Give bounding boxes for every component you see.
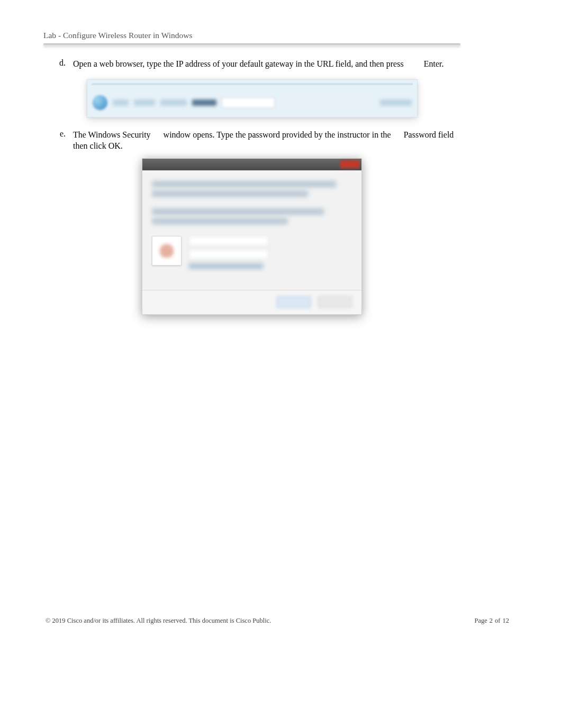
dialog-titlebar — [142, 159, 361, 170]
windows-security-dialog-screenshot — [142, 158, 362, 315]
step-e-b3: OK — [108, 141, 121, 150]
page-number: Page 2 of 12 — [475, 617, 509, 625]
credentials-area — [152, 236, 352, 269]
browser-toolbar — [93, 95, 412, 111]
step-d-key: Enter — [424, 59, 442, 68]
page-current: 2 — [490, 617, 493, 625]
credential-fields — [189, 236, 352, 269]
close-icon — [340, 160, 359, 168]
nav-back-icon — [113, 99, 129, 106]
header-divider — [43, 43, 460, 46]
step-e-b1: Windows Security — [88, 130, 151, 139]
dialog-text-line — [152, 218, 288, 224]
page-total: 12 — [503, 617, 510, 625]
step-d-text: Open a web browser, type the IP address … — [73, 58, 460, 70]
browser-globe-icon — [93, 95, 107, 110]
ok-button — [277, 296, 311, 308]
url-label — [192, 99, 216, 106]
username-field — [189, 236, 268, 245]
step-d: d. Open a web browser, type the IP addre… — [43, 58, 460, 70]
dialog-text-line — [152, 190, 308, 197]
browser-address-bar-screenshot — [87, 79, 418, 117]
cancel-button — [318, 296, 352, 308]
document-title: Lab - Configure Wireless Router in Windo… — [43, 31, 460, 43]
dialog-text-line — [152, 181, 336, 187]
page-of: of — [495, 617, 500, 625]
step-e-b2: Password — [404, 130, 436, 139]
nav-forward-icon — [134, 99, 155, 106]
dialog-body — [142, 170, 361, 276]
step-letter-e: e. — [43, 129, 73, 152]
step-e-text: The Windows Securitywindow opens. Type t… — [73, 129, 460, 152]
step-letter-d: d. — [43, 58, 73, 70]
step-d-body: Open a web browser, type the IP address … — [73, 59, 404, 68]
search-area — [380, 99, 412, 106]
page-header: Lab - Configure Wireless Router in Windo… — [43, 31, 460, 46]
remember-credentials-text — [189, 263, 263, 269]
page-footer: © 2019 Cisco and/or its affiliates. All … — [46, 617, 509, 625]
page-label: Page — [475, 617, 487, 625]
nav-home-icon — [160, 99, 187, 106]
avatar-inner — [160, 244, 174, 258]
main-content: d. Open a web browser, type the IP addre… — [43, 58, 460, 315]
step-e: e. The Windows Securitywindow opens. Typ… — [43, 129, 460, 152]
dialog-text-line — [152, 208, 324, 215]
url-input-field — [222, 97, 275, 108]
step-d-period: . — [441, 59, 443, 68]
dialog-button-bar — [142, 290, 361, 314]
step-e-t1: The — [73, 130, 86, 139]
step-e-t2: window opens. Type the password provided… — [164, 130, 391, 139]
password-field — [189, 250, 268, 259]
copyright-text: © 2019 Cisco and/or its affiliates. All … — [46, 617, 271, 625]
user-avatar-icon — [152, 236, 182, 266]
step-e-period: . — [121, 141, 123, 150]
